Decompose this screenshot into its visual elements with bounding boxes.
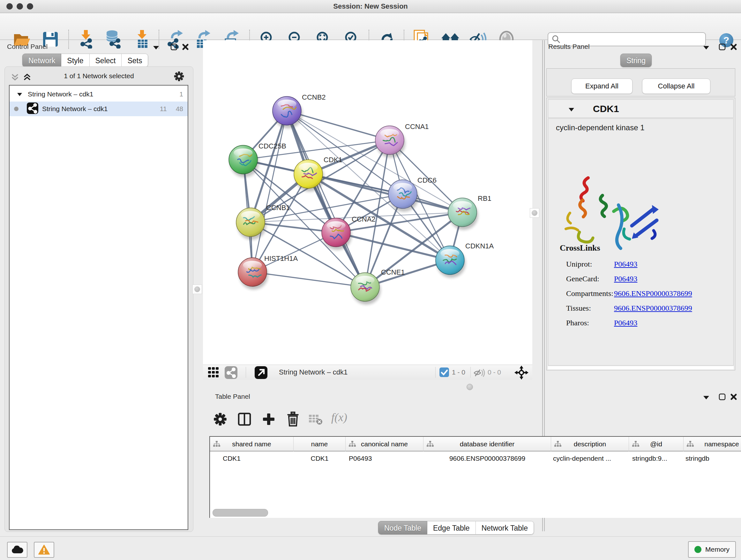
main-toolbar: ? [0, 13, 741, 40]
cloud-icon [11, 546, 23, 554]
network-graph[interactable]: CCNB2CCNA1CDC25BCDK1CDC6RB1CCNB1CCNA2CDK… [203, 40, 532, 365]
node-label-RB1: RB1 [478, 194, 491, 202]
table-cell[interactable]: stringdb:9... [629, 451, 684, 465]
node-CDK1[interactable]: CDK1 [294, 156, 342, 192]
column-header-label: canonical name [361, 440, 408, 448]
results-panel-title: Results Panel [548, 43, 590, 51]
node-CCNA2[interactable]: CCNA2 [322, 215, 376, 250]
crosslink-compartments-link[interactable]: 9606.ENSP00000378699 [614, 289, 692, 298]
column-header-label: shared name [232, 440, 271, 448]
table-cell[interactable]: P06493 [346, 451, 423, 465]
table-panel-collapse-icon[interactable] [703, 395, 709, 401]
table-panel-float-icon[interactable] [719, 393, 726, 401]
open-in-new-window-icon[interactable] [255, 366, 267, 380]
tab-edge-table[interactable]: Edge Table [427, 521, 476, 535]
tab-sets[interactable]: Sets [122, 54, 148, 67]
column-header-shared-name[interactable]: shared name [210, 437, 293, 451]
node-CDC6[interactable]: CDC6 [388, 176, 436, 212]
table-settings-gear-icon[interactable] [213, 412, 227, 428]
search-input[interactable] [561, 36, 705, 44]
pan-crosshair-icon[interactable] [515, 366, 529, 381]
crosslink-label: Tissues: [566, 304, 591, 313]
canvasbar-separator [470, 367, 471, 378]
column-header-label: namespace [704, 440, 739, 448]
network-collection-row[interactable]: String Network – cdk1 1 [10, 87, 188, 102]
node-CDC25B[interactable]: CDC25B [229, 142, 286, 177]
expand-all-networks-icon[interactable] [23, 73, 31, 82]
entry-disclosure-icon[interactable] [569, 107, 574, 113]
title-bar: Session: New Session [0, 0, 741, 13]
edge-CDK1-RB1 [308, 174, 462, 212]
node-CDKN1A[interactable]: CDKN1A [435, 242, 494, 278]
memory-button[interactable]: Memory [688, 541, 736, 558]
tab-style[interactable]: Style [61, 54, 89, 67]
node-CCNA1[interactable]: CCNA1 [375, 123, 429, 158]
tab-select[interactable]: Select [90, 54, 122, 67]
hidden-eye-icon[interactable] [474, 369, 485, 378]
column-header-database-identifier[interactable]: database identifier [423, 437, 551, 451]
column-header-namespace[interactable]: namespace [684, 437, 741, 451]
table-header: shared namenamecanonical namedatabase id… [210, 437, 741, 451]
node-RB1[interactable]: RB1 [448, 194, 491, 230]
results-panel-collapse-icon[interactable] [703, 45, 709, 51]
node-label-CCNB2: CCNB2 [302, 93, 326, 101]
expand-all-button[interactable]: Expand All [571, 78, 632, 94]
string-panel-toggle-icon[interactable] [225, 366, 238, 380]
collapse-all-networks-icon[interactable] [11, 73, 19, 82]
table-horizontal-scrollbar[interactable] [212, 509, 268, 516]
node-CCNB1[interactable]: CCNB1 [236, 204, 290, 240]
table-cell[interactable]: CDK1 [210, 451, 293, 465]
control-panel-close-icon[interactable] [182, 44, 189, 52]
table-panel-close-icon[interactable] [730, 393, 737, 401]
network-canvas[interactable]: CCNB2CCNA1CDC25BCDK1CDC6RB1CCNB1CCNA2CDK… [203, 40, 532, 365]
create-column-icon[interactable] [262, 412, 276, 428]
network-options-gear-icon[interactable] [174, 71, 185, 83]
column-header--id[interactable]: @id [629, 437, 684, 451]
crosslink-label: Compartments: [566, 289, 613, 298]
network-row-selected[interactable]: String Network – cdk1 11 48 [10, 102, 188, 116]
column-header-name[interactable]: name [293, 437, 346, 451]
node-HIST1H1A[interactable]: HIST1H1A [238, 254, 298, 290]
column-header-canonical-name[interactable]: canonical name [346, 437, 423, 451]
table-row[interactable]: CDK1CDK1P064939606.ENSP00000378699cyclin… [210, 451, 741, 465]
split-panel-icon[interactable] [238, 412, 252, 428]
cloud-button[interactable] [7, 542, 27, 558]
bottom-splitter-handle[interactable] [467, 384, 473, 390]
table-cell[interactable]: stringdb [684, 451, 741, 465]
column-header-label: name [311, 440, 328, 448]
string-network-icon [27, 103, 38, 116]
column-header-description[interactable]: description [551, 437, 629, 451]
node-CCNB2[interactable]: CCNB2 [273, 93, 326, 128]
network-selection-status: 1 of 1 Network selected [35, 72, 163, 80]
warnings-button[interactable] [34, 542, 54, 558]
collection-disclosure-icon[interactable] [17, 90, 22, 98]
results-list-box: CDK1 cyclin-dependent kinase 1 [546, 98, 735, 370]
control-panel-float-icon[interactable] [171, 44, 178, 52]
selected-count: 1 - 0 [452, 368, 465, 376]
crosslinks-heading: CrossLinks [560, 243, 600, 253]
table-cell[interactable]: CDK1 [293, 451, 346, 465]
crosslink-uniprot-link[interactable]: P06493 [614, 260, 637, 268]
result-entry-header[interactable]: CDK1 [548, 99, 734, 118]
tab-node-table[interactable]: Node Table [378, 521, 427, 535]
results-panel-close-icon[interactable] [730, 44, 737, 52]
tab-network[interactable]: Network [22, 54, 61, 67]
right-splitter-handle[interactable] [530, 208, 539, 218]
delete-column-icon[interactable] [286, 412, 300, 428]
control-panel-collapse-icon[interactable] [153, 45, 159, 51]
crosslink-tissues-link[interactable]: 9606.ENSP00000378699 [614, 304, 692, 313]
window-title: Session: New Session [0, 0, 741, 13]
birdseye-grid-icon[interactable] [208, 367, 219, 379]
collapse-all-button[interactable]: Collapse All [642, 78, 711, 94]
node-table[interactable]: shared namenamecanonical namedatabase id… [209, 436, 741, 518]
table-cell[interactable]: 9606.ENSP00000378699 [423, 451, 551, 465]
results-panel-float-icon[interactable] [719, 44, 726, 52]
crosslink-genecard-link[interactable]: P06493 [614, 274, 637, 283]
left-splitter-handle[interactable] [192, 285, 202, 294]
tab-string[interactable]: String [620, 54, 652, 67]
table-cell[interactable]: cyclin-dependent ... [551, 451, 629, 465]
crosslink-label: Uniprot: [566, 260, 592, 268]
tab-network-table[interactable]: Network Table [476, 521, 534, 535]
crosslink-pharos-link[interactable]: P06493 [614, 319, 637, 327]
selected-checkbox-icon[interactable] [440, 368, 449, 378]
